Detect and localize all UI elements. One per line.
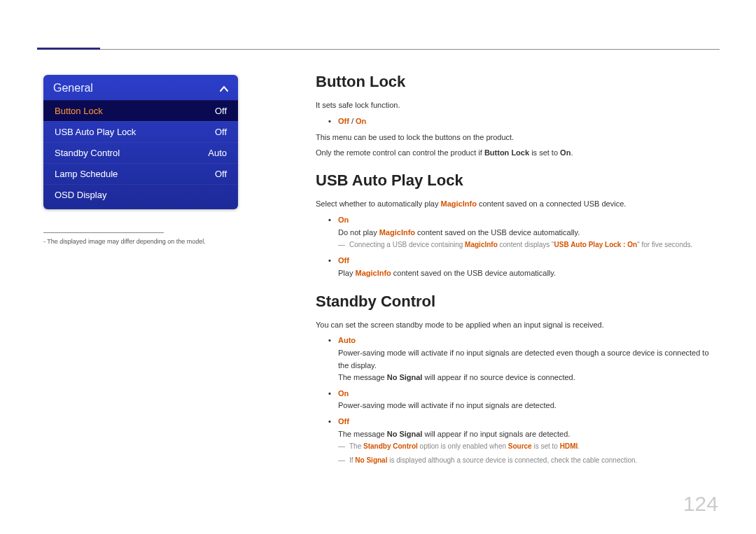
osd-item-button-lock[interactable]: Button Lock Off: [43, 100, 238, 121]
text-fragment: will appear if no source device is conne…: [422, 373, 575, 381]
button-lock-option-off-on: Off / On: [328, 115, 720, 128]
option-off: Off: [338, 417, 349, 426]
side-note: - The displayed image may differ dependi…: [43, 238, 206, 245]
standby-option-auto: Auto Power-saving mode will activate if …: [328, 334, 720, 384]
option-auto: Auto: [338, 336, 356, 344]
button-lock-options: Off / On: [316, 115, 720, 128]
usb-lock-on-desc: Do not play MagicInfo content saved on t…: [338, 227, 720, 239]
text-fragment: The: [349, 442, 363, 450]
side-divider: [43, 232, 164, 233]
option-off: Off: [338, 256, 349, 265]
text-fragment: Connecting a USB device containing: [349, 241, 465, 248]
option-sep: /: [349, 117, 356, 125]
text-fragment: Play: [338, 269, 355, 277]
standby-dash-note-1: The Standby Control option is only enabl…: [338, 440, 720, 453]
text-fragment: " for five seconds.: [637, 241, 692, 248]
standby-on-desc: Power-saving mode will activate if no in…: [338, 400, 720, 412]
button-lock-desc-2: This menu can be used to lock the button…: [316, 132, 720, 144]
text-fragment: Only the remote control can control the …: [316, 148, 484, 157]
usb-lock-option-off: Off Play MagicInfo content saved on the …: [328, 254, 720, 279]
chevron-up-icon[interactable]: [220, 83, 228, 93]
content-area: Button Lock It sets safe lock function. …: [316, 66, 720, 471]
text-fragment: .: [570, 148, 573, 157]
text-fragment: content saved on the USB device automati…: [415, 228, 580, 237]
text-fragment: option is only enabled when: [418, 442, 508, 450]
side-note-text: The displayed image may differ depending…: [47, 238, 205, 245]
text-fragment: is set to: [529, 148, 560, 157]
osd-title: General: [53, 82, 93, 94]
no-signal-bold: No Signal: [387, 373, 423, 381]
magicinfo-accent: MagicInfo: [441, 199, 477, 208]
text-fragment: Do not play: [338, 228, 379, 237]
on-bold: On: [560, 148, 570, 157]
standby-desc-1: You can set the screen standby mode to b…: [316, 319, 720, 332]
option-on: On: [338, 389, 349, 398]
usb-lock-options: On Do not play MagicInfo content saved o…: [316, 213, 720, 280]
text-fragment: content displays ": [498, 241, 554, 248]
text-fragment: .: [578, 442, 580, 450]
standby-control-accent: Standby Control: [363, 442, 418, 450]
standby-options: Auto Power-saving mode will activate if …: [316, 334, 720, 467]
standby-option-off: Off The message No Signal will appear if…: [328, 415, 720, 467]
osd-item-value: Off: [215, 169, 227, 179]
usb-lock-desc-1: Select whether to automatically play Mag…: [316, 198, 720, 211]
osd-menu-panel: General Button Lock Off USB Auto Play Lo…: [43, 75, 238, 209]
osd-panel-bottom: [43, 205, 238, 209]
no-signal-bold: No Signal: [387, 430, 423, 438]
osd-item-standby-control[interactable]: Standby Control Auto: [43, 142, 238, 163]
standby-option-on: On Power-saving mode will activate if no…: [328, 387, 720, 412]
standby-dash-note-2: If No Signal is displayed although a sou…: [338, 454, 720, 467]
osd-item-value: Off: [215, 106, 227, 116]
standby-off-msg: The message No Signal will appear if no …: [338, 428, 720, 441]
option-off: Off: [338, 117, 349, 125]
button-lock-desc-1: It sets safe lock function.: [316, 99, 720, 112]
text-fragment: The message: [338, 373, 387, 381]
text-fragment: The message: [338, 430, 387, 438]
text-fragment: Select whether to automatically play: [316, 199, 441, 208]
standby-auto-msg: The message No Signal will appear if no …: [338, 372, 720, 384]
usb-lock-dash-note: Connecting a USB device containing Magic…: [338, 239, 720, 251]
heading-button-lock: Button Lock: [316, 73, 720, 91]
text-fragment: is displayed although a source device is…: [387, 456, 637, 464]
no-signal-accent: No Signal: [355, 456, 387, 464]
usb-lock-option-on: On Do not play MagicInfo content saved o…: [328, 213, 720, 251]
osd-item-usb-auto-play-lock[interactable]: USB Auto Play Lock Off: [43, 121, 238, 142]
osd-item-value: Off: [215, 127, 227, 137]
osd-item-lamp-schedule[interactable]: Lamp Schedule Off: [43, 163, 238, 184]
hdmi-accent: HDMI: [560, 442, 578, 450]
standby-auto-desc: Power-saving mode will activate if no in…: [338, 347, 720, 372]
text-fragment: is set to: [532, 442, 560, 450]
magicinfo-accent: MagicInfo: [355, 269, 391, 277]
osd-item-osd-display[interactable]: OSD Display: [43, 184, 238, 205]
osd-item-label: Lamp Schedule: [55, 169, 215, 179]
text-fragment: will appear if no input signals are dete…: [422, 430, 570, 438]
header-accent-bar: [37, 48, 100, 50]
osd-item-label: Standby Control: [55, 148, 208, 158]
heading-usb-auto-play-lock: USB Auto Play Lock: [316, 171, 720, 190]
option-on: On: [356, 117, 366, 125]
usb-lock-quoted: USB Auto Play Lock : On: [554, 241, 638, 248]
text-fragment: content saved on a connected USB device.: [477, 199, 626, 208]
magicinfo-accent: MagicInfo: [379, 228, 415, 237]
osd-header: General: [43, 75, 238, 100]
button-lock-desc-3: Only the remote control can control the …: [316, 147, 720, 160]
header-divider: [100, 49, 720, 50]
button-lock-bold: Button Lock: [484, 148, 529, 157]
magicinfo-accent: MagicInfo: [465, 241, 498, 248]
option-on: On: [338, 216, 349, 224]
osd-item-label: Button Lock: [55, 106, 215, 116]
text-fragment: content saved on the USB device automati…: [391, 269, 556, 277]
osd-item-value: Auto: [208, 148, 227, 158]
osd-item-label: OSD Display: [55, 190, 227, 200]
source-accent: Source: [508, 442, 532, 450]
heading-standby-control: Standby Control: [316, 293, 720, 311]
osd-item-label: USB Auto Play Lock: [55, 127, 215, 137]
usb-lock-off-desc: Play MagicInfo content saved on the USB …: [338, 267, 720, 280]
page-number: 124: [683, 492, 718, 516]
